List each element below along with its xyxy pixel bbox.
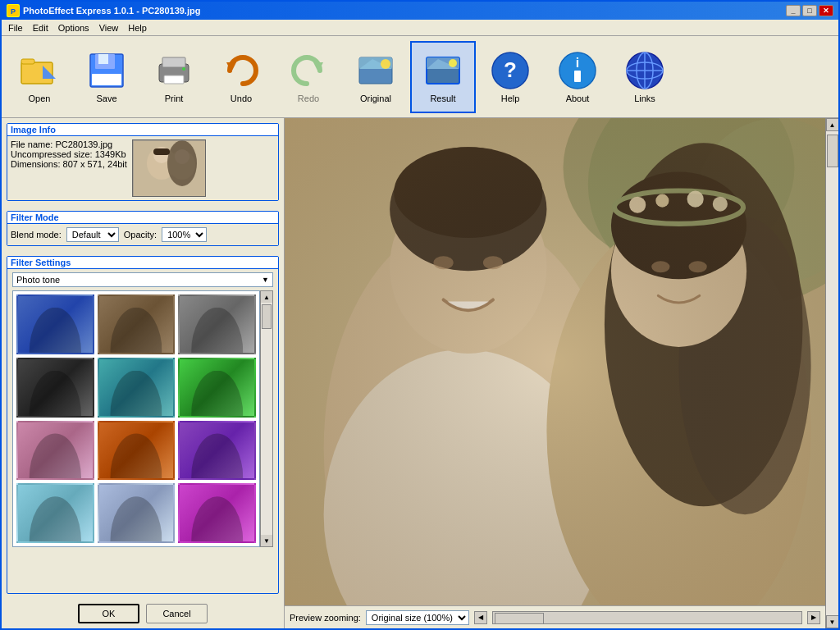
- print-label: Print: [165, 94, 184, 103]
- main-window: P PhotoEffect Express 1.0.1 - PC280139.j…: [0, 0, 840, 630]
- svg-point-12: [182, 67, 185, 71]
- thumb-magenta-1[interactable]: [178, 483, 256, 543]
- thumb-sepia-1[interactable]: [98, 294, 176, 354]
- thumb-blue-1[interactable]: [16, 294, 94, 354]
- redo-button[interactable]: Redo: [276, 41, 341, 113]
- thumb-gray-1[interactable]: [178, 294, 256, 354]
- ok-button[interactable]: OK: [78, 604, 139, 623]
- save-icon: [87, 51, 126, 90]
- thumb-scroll-down[interactable]: ▼: [261, 535, 272, 546]
- thumb-dark-1[interactable]: [16, 358, 94, 418]
- image-info-title: Image Info: [7, 124, 278, 136]
- menu-bar: File Edit Options View Help: [2, 20, 838, 36]
- menu-file[interactable]: File: [3, 21, 28, 34]
- maximize-button[interactable]: □: [802, 5, 817, 16]
- save-label: Save: [96, 94, 116, 103]
- preview-image: [285, 118, 825, 605]
- thumb-green-1[interactable]: [178, 358, 256, 418]
- menu-options[interactable]: Options: [53, 21, 94, 34]
- thumb-scroll-track: [261, 303, 272, 535]
- h-scroll-left-button[interactable]: ◀: [474, 611, 487, 624]
- thumb-pink-1[interactable]: [16, 421, 94, 481]
- svg-text:P: P: [11, 7, 16, 16]
- filter-mode-title: Filter Mode: [7, 212, 278, 224]
- menu-view[interactable]: View: [94, 21, 124, 34]
- blend-mode-select[interactable]: Default Normal Multiply: [66, 227, 119, 242]
- right-panel: Preview zooming: Original size (100%) Fi…: [285, 118, 825, 628]
- thumb-purple-1[interactable]: [178, 421, 256, 481]
- size-label: Uncompressed size: 1349Kb: [11, 149, 127, 159]
- scroll-down-button[interactable]: ▼: [826, 615, 839, 628]
- links-label: Links: [634, 94, 655, 103]
- minimize-button[interactable]: _: [786, 5, 801, 16]
- print-button[interactable]: Print: [141, 41, 207, 113]
- h-scroll-track: [492, 611, 802, 624]
- result-label: Result: [430, 94, 455, 103]
- h-scroll-right-button[interactable]: ▶: [807, 611, 820, 624]
- image-thumbnail: [132, 139, 206, 197]
- svg-text:?: ?: [504, 57, 517, 82]
- svg-text:i: i: [576, 56, 579, 70]
- help-icon: ?: [491, 51, 530, 90]
- right-panel-container: Preview zooming: Original size (100%) Fi…: [285, 118, 838, 628]
- left-panel: Image Info File name: PC280139.jpg Uncom…: [2, 118, 285, 628]
- thumb-lightblue-1[interactable]: [16, 483, 94, 543]
- image-info-section: Image Info File name: PC280139.jpg Uncom…: [7, 123, 279, 201]
- result-button[interactable]: Result: [410, 41, 476, 113]
- window-title: PhotoEffect Express 1.0.1 - PC280139.jpg: [23, 6, 786, 16]
- h-scroll-thumb[interactable]: [495, 613, 544, 624]
- original-icon: [356, 51, 395, 90]
- open-icon: [20, 51, 59, 90]
- thumb-lavender-1[interactable]: [98, 483, 176, 543]
- opacity-select[interactable]: 100% 75% 50%: [162, 227, 207, 242]
- filter-dropdown[interactable]: Photo tone ▼: [12, 272, 273, 287]
- scroll-track: [826, 131, 839, 615]
- redo-label: Redo: [298, 94, 319, 103]
- svg-rect-36: [153, 148, 170, 155]
- toolbar: Open Save: [2, 36, 838, 118]
- scroll-thumb[interactable]: [827, 135, 838, 167]
- about-icon: i: [558, 51, 597, 90]
- menu-help[interactable]: Help: [123, 21, 152, 34]
- image-info-text: File name: PC280139.jpg Uncompressed siz…: [11, 139, 127, 197]
- save-button[interactable]: Save: [74, 41, 139, 113]
- svg-rect-11: [164, 75, 184, 84]
- thumbnails-area: ▲ ▼: [12, 290, 273, 547]
- undo-button[interactable]: Undo: [208, 41, 274, 113]
- thumb-teal-1[interactable]: [98, 358, 176, 418]
- filename-label: File name: PC280139.jpg: [11, 139, 127, 149]
- open-label: Open: [29, 94, 51, 103]
- bottom-buttons: OK Cancel: [2, 599, 284, 628]
- thumb-orange-1[interactable]: [98, 421, 176, 481]
- blend-mode-label: Blend mode:: [11, 230, 62, 240]
- preview-bottom-bar: Preview zooming: Original size (100%) Fi…: [285, 605, 825, 628]
- close-button[interactable]: ✕: [819, 5, 833, 16]
- links-button[interactable]: Links: [612, 41, 678, 113]
- filter-selected-label: Photo tone: [16, 275, 262, 285]
- thumbnails-scrollbar: ▲ ▼: [260, 290, 273, 547]
- original-label: Original: [360, 94, 391, 103]
- help-button[interactable]: ? Help: [477, 41, 543, 113]
- undo-icon: [221, 51, 261, 90]
- thumbnails-grid: [12, 290, 260, 547]
- help-label: Help: [501, 94, 520, 103]
- open-button[interactable]: Open: [7, 41, 72, 113]
- scroll-up-button[interactable]: ▲: [826, 118, 839, 131]
- zoom-select[interactable]: Original size (100%) Fit to window 50% 2…: [366, 610, 469, 625]
- svg-rect-10: [162, 57, 185, 67]
- filter-settings-section: Filter Settings Photo tone ▼: [7, 256, 279, 594]
- original-button[interactable]: Original: [343, 41, 409, 113]
- zoom-label: Preview zooming:: [290, 613, 361, 623]
- about-button[interactable]: i About: [545, 41, 610, 113]
- preview-area: [285, 118, 825, 605]
- thumb-scroll-up[interactable]: ▲: [261, 291, 272, 303]
- redo-icon: [289, 51, 328, 90]
- v-scrollbar: ▲ ▼: [825, 118, 838, 628]
- result-icon: [423, 51, 463, 90]
- menu-edit[interactable]: Edit: [28, 21, 53, 34]
- filter-mode-section: Filter Mode Blend mode: Default Normal M…: [7, 211, 279, 246]
- filter-settings-title: Filter Settings: [7, 257, 278, 269]
- svg-point-39: [167, 140, 197, 186]
- thumb-scroll-thumb[interactable]: [262, 304, 272, 329]
- cancel-button[interactable]: Cancel: [146, 604, 208, 623]
